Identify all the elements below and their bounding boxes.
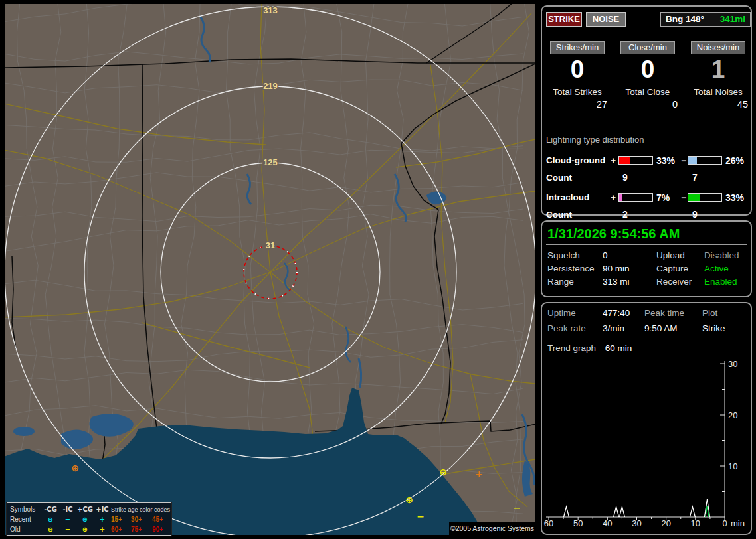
lightning-distribution: Lightning type distribution Cloud-ground… bbox=[546, 135, 749, 222]
ic-negative-pct: 33% bbox=[725, 193, 744, 203]
ic-positive-count: 2 bbox=[622, 209, 628, 220]
legend-col-pos-cg: +CG bbox=[76, 506, 94, 513]
recent-pos-cg-icon: ⊕ bbox=[76, 516, 94, 523]
range-ring-label: 125 bbox=[263, 157, 278, 167]
strike-toggle-button[interactable]: STRIKE bbox=[546, 12, 582, 27]
total-strikes-value: 27 bbox=[546, 99, 609, 110]
old-pos-ic-icon: + bbox=[94, 526, 111, 533]
cg-positive-count: 9 bbox=[622, 172, 628, 183]
age-30: 30+ bbox=[131, 516, 152, 523]
range-ring-label: 219 bbox=[263, 81, 278, 91]
old-neg-cg-icon: ⊖ bbox=[42, 526, 59, 533]
age-45: 45+ bbox=[152, 516, 169, 523]
strike-symbol: ⊕ bbox=[405, 495, 413, 505]
cg-positive-bar bbox=[618, 156, 653, 165]
close-per-min-label: Close/min bbox=[620, 41, 675, 54]
plus-sign: + bbox=[611, 193, 616, 203]
strike-counter-panel: STRIKE NOISE Bng 148° 341mi Strikes/min … bbox=[541, 5, 752, 216]
cg-positive-pct: 33% bbox=[656, 155, 675, 166]
plus-sign: + bbox=[611, 155, 616, 166]
uptime-label: Uptime bbox=[547, 308, 603, 323]
strike-symbol: ⊕ bbox=[71, 463, 79, 473]
plot-value: Strike bbox=[702, 323, 747, 339]
squelch-value: 0 bbox=[603, 250, 656, 260]
upload-label: Upload bbox=[656, 250, 704, 260]
status-panel: 1/31/2026 9:54:56 AM Squelch 0 Upload Di… bbox=[541, 220, 752, 297]
count-label: Count bbox=[546, 173, 572, 183]
trend-spike bbox=[619, 507, 624, 517]
trend-graph-window: 60 min bbox=[605, 343, 632, 353]
receiver-status: Enabled bbox=[704, 277, 747, 287]
close-per-min-column: Close/min 0 Total Close 0 bbox=[616, 41, 679, 110]
age-15: 15+ bbox=[111, 516, 131, 523]
total-noises-value: 45 bbox=[687, 99, 749, 110]
ic-count-row: Count 2 9 bbox=[546, 207, 749, 222]
cloud-ground-row: Cloud-ground + 33% − 26% bbox=[546, 153, 749, 169]
svg-text:0: 0 bbox=[722, 518, 727, 528]
svg-text:min: min bbox=[731, 518, 745, 528]
upload-status: Disabled bbox=[704, 250, 747, 260]
strikes-per-min-column: Strikes/min 0 Total Strikes 27 bbox=[546, 41, 609, 110]
svg-text:10: 10 bbox=[728, 461, 737, 471]
plot-label: Plot bbox=[702, 308, 747, 323]
persistence-label: Persistence bbox=[547, 264, 603, 273]
cg-negative-pct: 26% bbox=[725, 155, 744, 166]
bearing-distance: 341mi bbox=[720, 13, 750, 26]
intracloud-row: Intracloud + 7% − 33% bbox=[546, 190, 749, 206]
svg-text:40: 40 bbox=[603, 518, 612, 528]
recent-neg-ic-icon: − bbox=[59, 516, 76, 523]
peak-time-value: 9:50 AM bbox=[644, 323, 702, 339]
legend-row-recent-label: Recent bbox=[10, 516, 42, 523]
recent-pos-ic-icon: + bbox=[94, 516, 111, 523]
strike-symbol: − bbox=[417, 511, 425, 522]
cg-count-row: Count 9 7 bbox=[546, 170, 749, 185]
trend-graph-chart: 6050403020100min102030 bbox=[542, 353, 753, 534]
range-ring-label: 313 bbox=[263, 5, 278, 15]
trend-graph-label: Trend graph bbox=[547, 343, 596, 353]
strikes-per-min-label: Strikes/min bbox=[550, 41, 605, 54]
strikes-per-min-value: 0 bbox=[546, 56, 609, 83]
range-ring-label: 31 bbox=[266, 240, 275, 250]
peak-rate-label: Peak rate bbox=[547, 323, 603, 339]
lightning-map[interactable]: 31321912531 ⊕⊖+⊕−− Symbols -CG -IC +CG +… bbox=[5, 4, 535, 535]
legend-row-old-label: Old bbox=[10, 526, 42, 533]
uptime-value: 477:40 bbox=[603, 308, 644, 323]
legend-age-header: Strike age color codes bbox=[111, 506, 169, 513]
capture-status: Active bbox=[704, 264, 747, 273]
ic-negative-bar bbox=[688, 193, 722, 202]
strike-symbol: ⊖ bbox=[439, 467, 447, 477]
count-label: Count bbox=[546, 210, 572, 220]
svg-text:10: 10 bbox=[691, 518, 700, 528]
svg-text:30: 30 bbox=[728, 359, 737, 369]
cloud-ground-label: Cloud-ground bbox=[546, 155, 605, 165]
capture-label: Capture bbox=[656, 264, 704, 273]
trend-spike bbox=[564, 507, 569, 517]
old-pos-cg-icon: ⊕ bbox=[76, 526, 94, 533]
noise-toggle-button[interactable]: NOISE bbox=[586, 12, 626, 27]
noises-per-min-value: 1 bbox=[687, 56, 749, 83]
trend-spike bbox=[690, 507, 695, 517]
distribution-title: Lightning type distribution bbox=[546, 135, 749, 147]
noises-per-min-column: Noises/min 1 Total Noises 45 bbox=[687, 41, 749, 110]
ic-negative-count: 9 bbox=[692, 209, 698, 220]
svg-text:60: 60 bbox=[544, 518, 553, 528]
trend-graph-header: Trend graph 60 min bbox=[547, 343, 632, 353]
clock-divider bbox=[546, 244, 747, 245]
ic-positive-bar bbox=[618, 193, 653, 202]
intracloud-label: Intracloud bbox=[546, 193, 589, 202]
cg-negative-bar bbox=[688, 156, 722, 165]
recent-neg-cg-icon: ⊖ bbox=[42, 516, 59, 523]
persistence-value: 90 min bbox=[603, 264, 656, 273]
legend-symbols-header: Symbols bbox=[10, 506, 42, 513]
bearing-display: Bng 148° 341mi bbox=[660, 12, 751, 27]
minus-sign: − bbox=[681, 155, 686, 166]
total-noises-label: Total Noises bbox=[687, 87, 749, 97]
map-canvas: 31321912531 ⊕⊖+⊕−− bbox=[5, 4, 535, 535]
legend-col-neg-ic: -IC bbox=[59, 506, 76, 513]
strike-symbol: − bbox=[513, 502, 521, 513]
peak-time-label: Peak time bbox=[644, 308, 702, 323]
trend-spike bbox=[614, 507, 619, 517]
svg-text:30: 30 bbox=[632, 518, 641, 528]
range-value: 313 mi bbox=[603, 277, 656, 287]
uptime-stats: Uptime 477:40 Peak time Plot Peak rate 3… bbox=[547, 308, 747, 339]
